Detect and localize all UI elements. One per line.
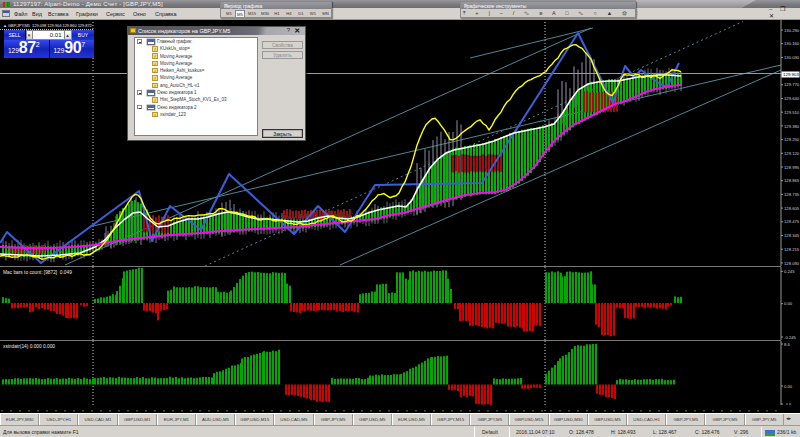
svg-text:128.735: 128.735 <box>784 192 800 197</box>
svg-text:128.605: 128.605 <box>784 206 800 211</box>
svg-text:8.6: 8.6 <box>784 341 790 346</box>
svg-text:-0.245: -0.245 <box>784 334 797 339</box>
svg-text:Mac bars to count: [9872] 0.0: Mac bars to count: [9872] 0.049 <box>3 269 72 274</box>
svg-text:129.250: 129.250 <box>784 137 800 142</box>
svg-text:129.903: 129.903 <box>783 72 799 77</box>
svg-text:128.475: 128.475 <box>784 219 800 224</box>
svg-text:128.345: 128.345 <box>784 233 800 238</box>
svg-text:0.00: 0.00 <box>784 383 793 388</box>
svg-text:129.640: 129.640 <box>784 96 800 101</box>
svg-text:128.215: 128.215 <box>784 247 800 252</box>
svg-text:xsindatr(14) 0.000 0.000: xsindatr(14) 0.000 0.000 <box>3 343 55 348</box>
svg-text:0.00: 0.00 <box>784 301 793 306</box>
svg-text:130.290: 130.290 <box>784 28 800 33</box>
svg-text:128.865: 128.865 <box>784 178 800 183</box>
svg-text:130.160: 130.160 <box>784 41 800 46</box>
svg-text:128.090: 128.090 <box>784 261 800 266</box>
svg-text:129.380: 129.380 <box>784 124 800 129</box>
svg-text:129.510: 129.510 <box>784 110 800 115</box>
svg-text:129.770: 129.770 <box>784 82 800 87</box>
svg-text:128.995: 128.995 <box>784 165 800 170</box>
svg-text:129.120: 129.120 <box>784 151 800 156</box>
svg-text:130.030: 130.030 <box>784 55 800 60</box>
svg-text:0.245: 0.245 <box>784 268 795 273</box>
